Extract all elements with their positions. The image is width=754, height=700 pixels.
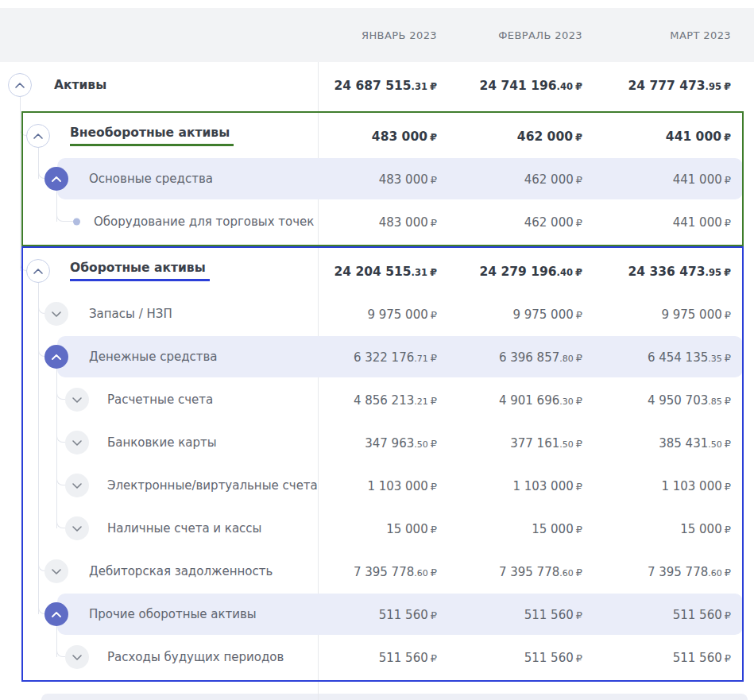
collapse-toggle-oborotnye-aktivy[interactable]	[26, 259, 50, 283]
value-cell: 24 777 473.95₽	[582, 78, 731, 93]
value-cell: 511 560₽	[437, 650, 582, 665]
ruble-sign: ₽	[431, 352, 437, 364]
ruble-sign: ₽	[576, 524, 582, 536]
value-cell: 347 963.50₽	[318, 435, 437, 451]
ruble-sign: ₽	[431, 652, 437, 664]
row-label: Дебиторская задолженность	[89, 564, 273, 578]
value-cell: 511 560₽	[582, 607, 731, 622]
value-cell: 483 000₽	[318, 215, 437, 230]
table-row: Внеоборотные активы 483 000₽ 462 000₽ 44…	[0, 114, 754, 157]
chevron-up-icon	[52, 176, 61, 182]
ruble-sign: ₽	[431, 567, 437, 578]
collapse-toggle-vneoborotnye-aktivy[interactable]	[26, 124, 50, 148]
value-cell: 24 279 196.40₽	[437, 264, 582, 279]
expand-toggle-debitorskaya-zadolzhennost[interactable]	[44, 559, 68, 583]
collapse-toggle-prochie-oborotnye[interactable]	[44, 602, 68, 626]
value-cell: 1 103 000₽	[318, 478, 437, 493]
collapse-toggle-aktivy[interactable]	[8, 73, 32, 97]
value-cell: 6 396 857.80₽	[437, 350, 582, 365]
column-header-january: ЯНВАРЬ 2023	[318, 29, 437, 41]
value-cell: 511 560₽	[437, 607, 582, 622]
value-cell: 511 560₽	[318, 650, 437, 665]
ruble-sign: ₽	[576, 352, 582, 364]
value-cell: 4 950 703.85₽	[582, 393, 731, 408]
ruble-sign: ₽	[431, 174, 437, 186]
collapse-toggle-denezhnye-sredstva[interactable]	[44, 345, 68, 369]
ruble-sign: ₽	[576, 174, 582, 186]
expand-toggle-zapasy-nzp[interactable]	[44, 302, 68, 326]
expand-toggle-raschetnye-scheta[interactable]	[65, 388, 89, 412]
row-label: Оборотные активы	[70, 261, 210, 281]
value-cell: 6 454 135.35₽	[582, 350, 731, 365]
next-row-partial[interactable]	[41, 694, 748, 700]
row-label: Наличные счета и кассы	[107, 521, 261, 536]
table-row: Банковкие карты 347 963.50₽ 377 161.50₽ …	[0, 421, 754, 464]
ruble-sign: ₽	[576, 438, 582, 450]
row-label: Запасы / НЗП	[89, 307, 172, 321]
ruble-sign: ₽	[431, 395, 437, 407]
chevron-up-icon	[52, 612, 61, 617]
balance-sheet-table: ЯНВАРЬ 2023 ФЕВРАЛЬ 2023 МАРТ 2023 Актив…	[0, 0, 754, 700]
row-label: Прочие оборотные активы	[89, 607, 257, 621]
ruble-sign: ₽	[725, 395, 731, 407]
ruble-sign: ₽	[725, 524, 731, 536]
value-cell: 9 975 000₽	[318, 307, 437, 322]
column-header-march: МАРТ 2023	[582, 29, 731, 41]
expand-toggle-rashody-budushchih-periodov[interactable]	[65, 645, 89, 669]
value-cell: 511 560₽	[582, 650, 731, 665]
ruble-sign: ₽	[724, 131, 731, 143]
expand-toggle-elektronnye-scheta[interactable]	[65, 474, 89, 497]
column-header-february: ФЕВРАЛЬ 2023	[437, 29, 582, 41]
value-cell: 15 000₽	[437, 521, 582, 536]
ruble-sign: ₽	[576, 395, 582, 407]
value-cell: 483 000₽	[318, 129, 437, 144]
ruble-sign: ₽	[575, 80, 582, 92]
ruble-sign: ₽	[575, 266, 582, 278]
table-row: Расходы будущих периодов 511 560₽ 511 56…	[0, 636, 754, 679]
expand-toggle-nalichnye-kassy[interactable]	[65, 516, 89, 540]
value-cell: 7 395 778.60₽	[318, 564, 437, 579]
value-cell: 4 856 213.21₽	[318, 393, 437, 408]
table-row: Запасы / НЗП 9 975 000₽ 9 975 000₽ 9 975…	[0, 292, 754, 335]
table-row: Наличные счета и кассы 15 000₽ 15 000₽ 1…	[0, 507, 754, 550]
ruble-sign: ₽	[431, 217, 437, 229]
ruble-sign: ₽	[724, 266, 731, 278]
value-cell: 385 431.50₽	[582, 435, 731, 451]
ruble-sign: ₽	[575, 131, 582, 143]
value-cell: 24 336 473.95₽	[582, 264, 731, 279]
chevron-down-icon	[52, 311, 61, 317]
ruble-sign: ₽	[431, 309, 437, 321]
value-cell: 483 000₽	[318, 172, 437, 187]
row-label: Электронные/виртуальные счета	[107, 478, 318, 493]
chevron-down-icon	[52, 569, 61, 574]
ruble-sign: ₽	[576, 609, 582, 621]
expand-toggle-bankovkie-karty[interactable]	[65, 431, 89, 454]
table-row: Дебиторская задолженность 7 395 778.60₽ …	[0, 550, 754, 593]
value-cell: 462 000₽	[437, 172, 582, 187]
table-row: Денежные средства 6 322 176.71₽ 6 396 85…	[0, 335, 754, 378]
value-cell: 9 975 000₽	[437, 307, 582, 322]
table-row: Расчетные счета 4 856 213.21₽ 4 901 696.…	[0, 378, 754, 421]
value-cell: 441 000₽	[582, 215, 731, 230]
ruble-sign: ₽	[725, 352, 731, 364]
collapse-toggle-osnovnye-sredstva[interactable]	[44, 167, 68, 191]
ruble-sign: ₽	[431, 438, 437, 450]
ruble-sign: ₽	[431, 481, 437, 493]
ruble-sign: ₽	[430, 266, 437, 278]
ruble-sign: ₽	[576, 652, 582, 664]
ruble-sign: ₽	[431, 609, 437, 621]
chevron-up-icon	[33, 269, 43, 274]
value-cell: 15 000₽	[582, 521, 731, 536]
value-cell: 462 000₽	[437, 129, 582, 144]
value-cell: 7 395 778.60₽	[582, 564, 731, 579]
ruble-sign: ₽	[430, 80, 437, 92]
table-row: Оборотные активы 24 204 515.31₽ 24 279 1…	[0, 249, 754, 292]
ruble-sign: ₽	[725, 217, 731, 229]
ruble-sign: ₽	[725, 652, 731, 664]
value-cell: 1 103 000₽	[582, 478, 731, 493]
value-cell: 441 000₽	[582, 172, 731, 187]
value-cell: 24 741 196.40₽	[437, 78, 582, 93]
row-label: Активы	[54, 78, 106, 92]
chevron-up-icon	[33, 133, 43, 139]
value-cell: 9 975 000₽	[582, 307, 731, 322]
